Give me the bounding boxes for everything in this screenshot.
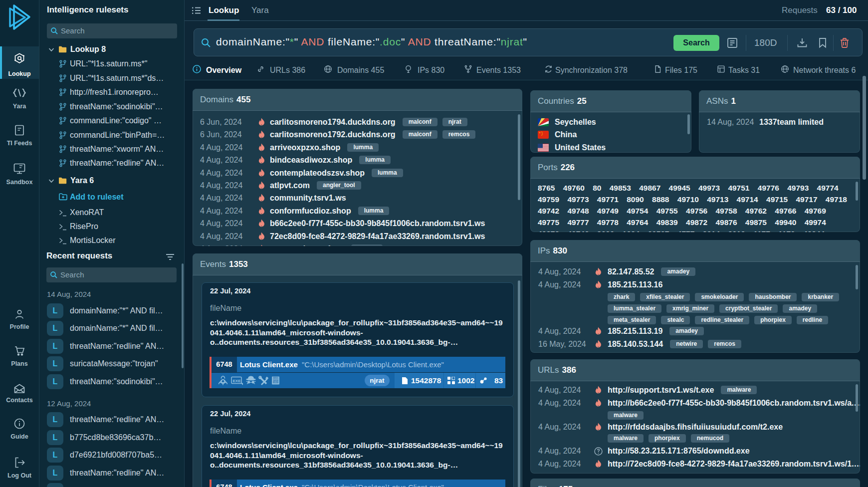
svg-text:EXE: EXE xyxy=(233,379,241,383)
svg-text:0110: 0110 xyxy=(273,381,278,384)
